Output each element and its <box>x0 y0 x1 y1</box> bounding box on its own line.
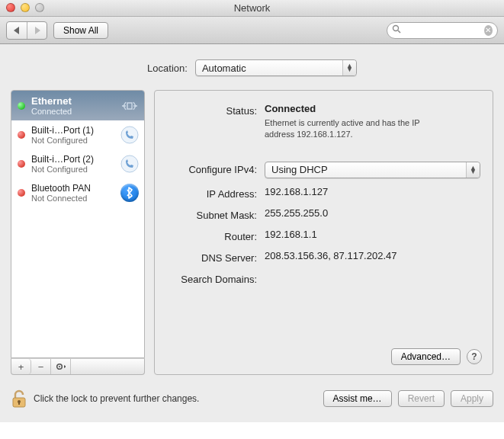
svg-line-3 <box>398 30 400 33</box>
gear-icon <box>56 362 66 371</box>
search-icon <box>392 24 401 36</box>
service-item-bluetooth-pan[interactable]: Bluetooth PAN Not Connected <box>11 178 144 207</box>
svg-point-8 <box>59 366 60 367</box>
detail-pane: Status: Connected Ethernet is currently … <box>154 90 493 375</box>
nav-back-forward-segment <box>6 21 47 40</box>
location-popup[interactable]: Automatic ▲▼ <box>195 59 357 76</box>
status-dot-icon <box>18 189 25 197</box>
apply-button[interactable]: Apply <box>451 390 493 407</box>
location-row: Location: Automatic ▲▼ <box>11 59 493 76</box>
service-action-menu[interactable] <box>51 359 71 374</box>
status-description: Ethernet is currently active and has the… <box>265 117 440 140</box>
lock-message: Click the lock to prevent further change… <box>34 393 199 404</box>
add-service-button[interactable]: + <box>11 359 31 374</box>
service-status: Not Configured <box>31 136 114 145</box>
svg-rect-4 <box>127 103 132 109</box>
status-label: Status: <box>167 103 265 117</box>
clear-search-icon[interactable]: ✕ <box>484 25 493 36</box>
configure-ipv4-value: Using DHCP <box>271 164 328 175</box>
subnet-mask-value: 255.255.255.0 <box>265 207 480 219</box>
router-value: 192.168.1.1 <box>265 229 480 240</box>
services-sidebar: Ethernet Connected Built-i…Port (1) Not … <box>11 90 145 375</box>
service-name: Built-i…Port (2) <box>31 154 114 165</box>
configure-ipv4-label: Configure IPv4: <box>167 162 265 175</box>
service-name: Built-i…Port (1) <box>31 125 114 136</box>
remove-service-button[interactable]: − <box>31 359 51 374</box>
configure-ipv4-popup[interactable]: Using DHCP ▲▼ <box>265 162 480 178</box>
dialup-phone-icon <box>120 154 140 174</box>
svg-point-5 <box>121 127 138 143</box>
service-item-serial-2[interactable]: Built-i…Port (2) Not Configured <box>11 149 144 178</box>
bluetooth-icon <box>120 183 140 203</box>
status-dot-icon <box>18 131 25 139</box>
search-input[interactable] <box>404 24 484 37</box>
services-list[interactable]: Ethernet Connected Built-i…Port (1) Not … <box>11 90 145 358</box>
help-button[interactable]: ? <box>467 349 482 364</box>
search-field[interactable]: ✕ <box>387 22 498 39</box>
ip-address-value: 192.168.1.127 <box>265 186 480 197</box>
popup-arrows-icon: ▲▼ <box>466 162 480 178</box>
chevron-left-icon <box>14 27 20 34</box>
dialup-phone-icon <box>120 125 140 145</box>
status-dot-icon <box>18 160 25 168</box>
window-titlebar: Network <box>0 0 504 17</box>
chevron-right-icon <box>34 27 40 34</box>
ethernet-icon <box>120 96 140 116</box>
search-domains-label: Search Domains: <box>167 271 265 285</box>
lock-icon[interactable] <box>11 389 27 409</box>
ip-address-label: IP Address: <box>167 186 265 200</box>
status-dot-icon <box>18 102 25 110</box>
status-value: Connected <box>265 103 480 114</box>
revert-button[interactable]: Revert <box>398 390 445 407</box>
dns-server-value: 208.53.156.36, 87.117.202.47 <box>265 250 480 261</box>
svg-marker-9 <box>64 365 66 368</box>
show-all-button[interactable]: Show All <box>53 22 108 39</box>
service-name: Ethernet <box>31 95 114 107</box>
back-button[interactable] <box>7 22 27 39</box>
subnet-mask-label: Subnet Mask: <box>167 207 265 221</box>
window-title: Network <box>0 2 504 14</box>
svg-rect-12 <box>18 402 20 405</box>
toolbar: Show All ✕ <box>0 17 504 44</box>
service-status: Not Connected <box>31 194 114 203</box>
service-item-serial-1[interactable]: Built-i…Port (1) Not Configured <box>11 120 144 149</box>
service-item-ethernet[interactable]: Ethernet Connected <box>11 91 144 120</box>
dns-server-label: DNS Server: <box>167 250 265 264</box>
service-status: Connected <box>31 107 114 116</box>
services-footer-bar: + − <box>11 358 145 375</box>
svg-point-2 <box>393 26 399 31</box>
advanced-button[interactable]: Advanced… <box>391 348 461 365</box>
content-area: Location: Automatic ▲▼ Ethernet Connecte… <box>0 44 504 386</box>
assist-me-button[interactable]: Assist me… <box>323 390 392 407</box>
location-value: Automatic <box>202 62 246 74</box>
svg-marker-0 <box>14 27 19 34</box>
svg-point-6 <box>121 155 138 172</box>
router-label: Router: <box>167 229 265 242</box>
location-label: Location: <box>147 62 188 74</box>
service-status: Not Configured <box>31 165 114 174</box>
forward-button[interactable] <box>27 22 47 39</box>
bottom-bar: Click the lock to prevent further change… <box>0 386 504 422</box>
service-name: Bluetooth PAN <box>31 183 114 194</box>
svg-marker-1 <box>35 27 40 34</box>
popup-arrows-icon: ▲▼ <box>342 60 356 75</box>
